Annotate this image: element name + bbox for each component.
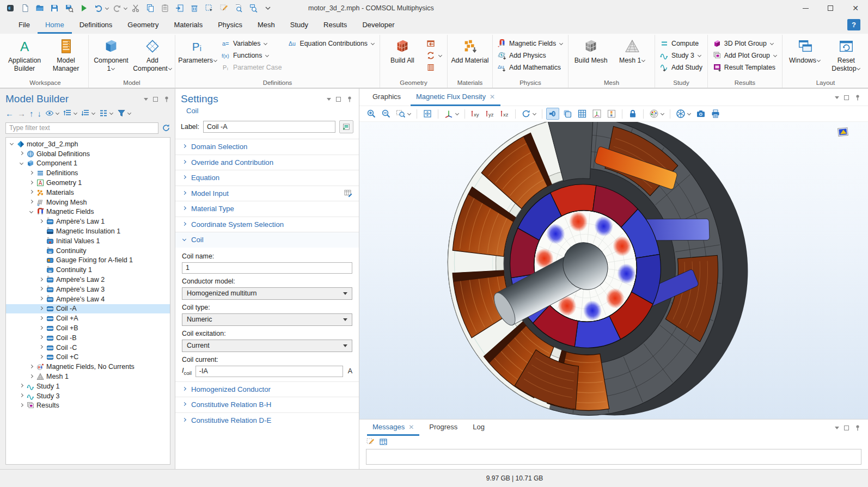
reset-desktop-button[interactable]: Reset Desktop — [827, 36, 866, 72]
expand-last-icon[interactable] — [81, 109, 95, 118]
expander-icon[interactable] — [38, 297, 44, 301]
expander-icon[interactable] — [18, 384, 25, 388]
label-input[interactable] — [203, 121, 335, 133]
component-1-button[interactable]: Component 1 — [91, 36, 131, 72]
tree-item-materials[interactable]: Materials — [6, 188, 170, 198]
minimize-button[interactable] — [793, 0, 818, 16]
panel-menu-icon[interactable] — [144, 98, 148, 101]
tree-item-coil-a[interactable]: Coil +A — [6, 313, 170, 323]
wireframe-icon[interactable] — [576, 108, 589, 120]
filter-icon[interactable] — [117, 109, 131, 118]
tree-item-mesh-1[interactable]: Mesh 1 — [6, 372, 170, 381]
message-table-icon[interactable] — [379, 437, 388, 446]
expander-icon[interactable] — [28, 190, 34, 194]
copy-icon[interactable] — [143, 2, 157, 15]
tree-item-component-1[interactable]: Component 1 — [6, 159, 170, 169]
menu-file[interactable]: File — [11, 16, 38, 34]
add-component-button[interactable]: Add Component — [133, 36, 172, 72]
back-icon[interactable]: ← — [5, 109, 14, 118]
study-3-button[interactable]: Study 3 — [658, 50, 705, 61]
add-study-button[interactable]: Add Study — [658, 61, 705, 73]
tree-item-magnetic-fields-no-currents[interactable]: Magnetic Fields, No Currents — [6, 362, 170, 372]
panel-float-icon[interactable] — [336, 97, 341, 102]
tree-item-coil-c[interactable]: Coil +C — [6, 353, 170, 362]
menu-materials[interactable]: Materials — [166, 16, 210, 34]
panel-pin-icon[interactable] — [854, 424, 861, 431]
section-equation[interactable]: Equation — [175, 170, 359, 186]
tree-filter-input[interactable] — [5, 122, 158, 134]
coil-current-input[interactable] — [195, 366, 343, 377]
tree-item-continuity-1[interactable]: Continuity 1 — [6, 265, 170, 275]
tree-item-amp-re-s-law-3[interactable]: Ampère's Law 3 — [6, 285, 170, 294]
mesh-1-button[interactable]: Mesh 1 — [613, 36, 652, 65]
tree-item-continuity[interactable]: Continuity — [6, 246, 170, 256]
forward-icon[interactable]: → — [17, 109, 26, 118]
expander-icon[interactable] — [28, 181, 34, 185]
add-physics-button[interactable]: Add Physics — [496, 50, 565, 61]
zoom-out-icon[interactable] — [380, 108, 393, 120]
expander-icon[interactable] — [38, 317, 44, 320]
magnetic-fields-button[interactable]: Magnetic Fields — [496, 38, 565, 50]
tree-item-coil-a[interactable]: Coil -A — [6, 304, 170, 314]
menu-mesh[interactable]: Mesh — [250, 16, 283, 34]
expander-icon[interactable] — [18, 152, 25, 156]
tree-item-study-3[interactable]: Study 3 — [6, 391, 170, 401]
windows-button[interactable]: Windows — [785, 36, 824, 65]
environment-icon[interactable] — [674, 108, 693, 120]
panel-menu-icon[interactable] — [835, 96, 839, 99]
tab-magnetic-flux-density[interactable]: Magnetic Flux Density✕ — [411, 89, 500, 106]
graphics-canvas[interactable] — [359, 122, 868, 419]
tree-item-amp-re-s-law-2[interactable]: Ampère's Law 2 — [6, 275, 170, 285]
menu-definitions[interactable]: Definitions — [72, 16, 120, 34]
section-domain-selection[interactable]: Domain Selection — [175, 139, 359, 155]
result-templates-button[interactable]: Result Templates — [711, 61, 779, 73]
run-icon[interactable] — [77, 2, 91, 15]
tree-item-amp-re-s-law-4[interactable]: Ampère's Law 4 — [6, 294, 170, 304]
add-material-button[interactable]: Add Material — [450, 36, 490, 65]
zoom-box-icon[interactable] — [394, 108, 413, 120]
expander-icon[interactable] — [18, 162, 25, 165]
section-coordinate-system-selection[interactable]: Coordinate System Selection — [175, 217, 359, 232]
expander-icon[interactable] — [28, 365, 34, 369]
panel-menu-icon[interactable] — [327, 98, 331, 101]
expander-icon[interactable] — [28, 171, 34, 175]
menu-study[interactable]: Study — [283, 16, 316, 34]
close-button[interactable]: ✕ — [843, 0, 868, 16]
equation-contributions-button[interactable]: Equation Contributions — [286, 38, 377, 50]
expander-icon[interactable] — [38, 355, 44, 359]
tree-item-magnetic-fields[interactable]: Magnetic Fields — [6, 207, 170, 217]
collapse-icon[interactable] — [99, 109, 113, 118]
dropdown-caret-icon[interactable] — [123, 7, 128, 10]
motor-3d-render[interactable] — [359, 122, 868, 419]
section-constitutive-relation-b-h[interactable]: Constitutive Relation B-H — [175, 397, 359, 412]
tree-item-magnetic-insulation-1[interactable]: Magnetic Insulation 1 — [6, 226, 170, 236]
move-up-icon[interactable]: ↑ — [29, 109, 34, 118]
view-xz-icon[interactable]: xz — [498, 108, 511, 120]
expander-icon[interactable] — [38, 220, 44, 224]
panel-pin-icon[interactable] — [854, 94, 861, 101]
transparency-icon[interactable] — [561, 108, 574, 120]
tree-item-global-definitions[interactable]: Global Definitions — [6, 149, 170, 159]
view-xy-icon[interactable]: xy — [469, 108, 482, 120]
application-builder-button[interactable]: Application Builder — [5, 36, 44, 72]
insert-sequence-button[interactable] — [424, 38, 444, 50]
search-replace-icon[interactable] — [246, 2, 260, 15]
panel-float-icon[interactable] — [153, 97, 158, 102]
coil-excitation-select[interactable]: Current — [182, 340, 352, 352]
add-plot-group-button[interactable]: Add Plot Group — [711, 50, 779, 61]
expand-first-icon[interactable] — [63, 109, 77, 118]
view-yz-icon[interactable]: yz — [484, 108, 497, 120]
select-box-icon[interactable] — [202, 2, 216, 15]
menu-developer[interactable]: Developer — [354, 16, 402, 34]
rotate-icon[interactable] — [519, 108, 538, 120]
clear-messages-icon[interactable] — [366, 437, 375, 446]
refresh-icon[interactable] — [162, 124, 170, 132]
expander-icon[interactable] — [38, 326, 44, 330]
expander-icon[interactable] — [38, 307, 44, 311]
tree-item-results[interactable]: Results — [6, 401, 170, 411]
go-to-view-icon[interactable] — [442, 108, 461, 120]
compute-button[interactable]: Compute — [658, 38, 705, 50]
show-icon[interactable] — [45, 109, 59, 118]
panel-menu-icon[interactable] — [835, 427, 839, 429]
functions-button[interactable]: Functions — [219, 50, 284, 61]
